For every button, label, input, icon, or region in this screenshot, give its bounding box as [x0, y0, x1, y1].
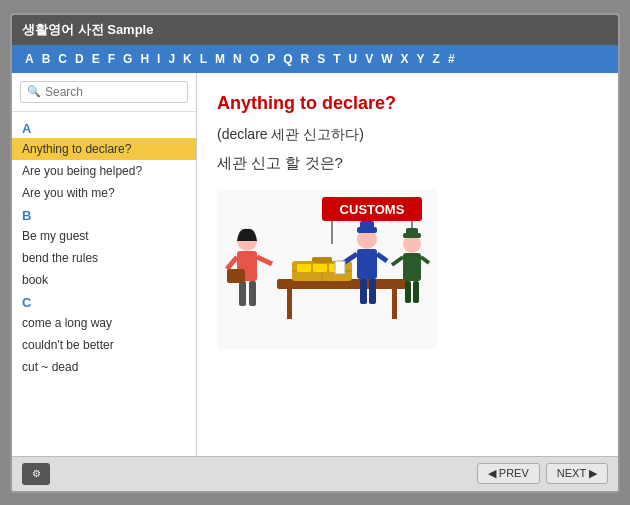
sidebar: 🔍 AAnything to declare?Are you being hel… — [12, 73, 197, 456]
list-item[interactable]: book — [12, 269, 196, 291]
svg-rect-24 — [360, 221, 374, 229]
entry-korean: 세관 신고 할 것은? — [217, 154, 598, 173]
customs-illustration: CUSTOMS — [217, 189, 437, 349]
entry-title: Anything to declare? — [217, 93, 598, 114]
list-item[interactable]: cut ~ dead — [12, 356, 196, 378]
list-item[interactable]: bend the rules — [12, 247, 196, 269]
entry-subtitle: (declare 세관 신고하다) — [217, 126, 598, 144]
search-icon: 🔍 — [27, 85, 41, 98]
svg-rect-20 — [249, 281, 256, 306]
list-item[interactable]: Are you with me? — [12, 182, 196, 204]
svg-rect-25 — [357, 249, 377, 279]
list-item[interactable]: Be my guest — [12, 225, 196, 247]
alphabet-letter-D[interactable]: D — [72, 51, 87, 67]
svg-rect-34 — [403, 253, 421, 281]
svg-rect-19 — [239, 281, 246, 306]
svg-rect-30 — [335, 261, 345, 274]
alphabet-letter-C[interactable]: C — [55, 51, 70, 67]
alphabet-letter-G[interactable]: G — [120, 51, 135, 67]
svg-rect-37 — [405, 281, 411, 303]
app-window: 생활영어 사전 Sample ABCDEFGHIJKLMNOPQRSTUVWXY… — [10, 13, 620, 493]
alphabet-bar: ABCDEFGHIJKLMNOPQRSTUVWXYZ# — [12, 45, 618, 73]
section-header-C: C — [12, 291, 196, 312]
alphabet-letter-N[interactable]: N — [230, 51, 245, 67]
settings-button[interactable]: ⚙ — [22, 463, 50, 485]
alphabet-letter-J[interactable]: J — [165, 51, 178, 67]
content-area: Anything to declare? (declare 세관 신고하다) 세… — [197, 73, 618, 456]
alphabet-letter-P[interactable]: P — [264, 51, 278, 67]
svg-rect-38 — [413, 281, 419, 303]
alphabet-letter-Y[interactable]: Y — [414, 51, 428, 67]
list-item[interactable]: couldn't be better — [12, 334, 196, 356]
alphabet-letter-Q[interactable]: Q — [280, 51, 295, 67]
alphabet-letter-K[interactable]: K — [180, 51, 195, 67]
main-content: 🔍 AAnything to declare?Are you being hel… — [12, 73, 618, 456]
svg-rect-29 — [369, 279, 376, 304]
alphabet-letter-Z[interactable]: Z — [430, 51, 443, 67]
alphabet-letter-V[interactable]: V — [362, 51, 376, 67]
svg-rect-33 — [406, 228, 418, 235]
svg-rect-12 — [297, 264, 311, 272]
next-button[interactable]: NEXT ▶ — [546, 463, 608, 484]
nav-buttons: ◀ PREV NEXT ▶ — [477, 463, 608, 484]
window-title: 생활영어 사전 Sample — [22, 22, 153, 37]
svg-rect-13 — [313, 264, 327, 272]
alphabet-letter-F[interactable]: F — [105, 51, 118, 67]
prev-button[interactable]: ◀ PREV — [477, 463, 540, 484]
alphabet-letter-O[interactable]: O — [247, 51, 262, 67]
section-header-B: B — [12, 204, 196, 225]
svg-text:CUSTOMS: CUSTOMS — [340, 202, 405, 217]
footer-bar: ⚙ ◀ PREV NEXT ▶ — [12, 456, 618, 491]
alphabet-letter-T[interactable]: T — [330, 51, 343, 67]
alphabet-letter-R[interactable]: R — [297, 51, 312, 67]
alphabet-letter-X[interactable]: X — [398, 51, 412, 67]
search-input-wrap[interactable]: 🔍 — [20, 81, 188, 103]
alphabet-letter-A[interactable]: A — [22, 51, 37, 67]
alphabet-letter-U[interactable]: U — [346, 51, 361, 67]
search-input[interactable] — [45, 85, 181, 99]
alphabet-letter-E[interactable]: E — [89, 51, 103, 67]
alphabet-letter-M[interactable]: M — [212, 51, 228, 67]
svg-rect-6 — [287, 289, 292, 319]
alphabet-letter-S[interactable]: S — [314, 51, 328, 67]
alphabet-letter-I[interactable]: I — [154, 51, 163, 67]
alphabet-letter-H[interactable]: H — [137, 51, 152, 67]
alphabet-letter-W[interactable]: W — [378, 51, 395, 67]
alphabet-letter-#[interactable]: # — [445, 51, 458, 67]
sidebar-list: AAnything to declare?Are you being helpe… — [12, 112, 196, 456]
list-item[interactable]: come a long way — [12, 312, 196, 334]
alphabet-letter-B[interactable]: B — [39, 51, 54, 67]
svg-rect-7 — [392, 289, 397, 319]
svg-rect-21 — [227, 269, 245, 283]
search-box: 🔍 — [12, 73, 196, 112]
alphabet-letter-L[interactable]: L — [197, 51, 210, 67]
title-bar: 생활영어 사전 Sample — [12, 15, 618, 45]
svg-rect-28 — [360, 279, 367, 304]
list-item[interactable]: Are you being helped? — [12, 160, 196, 182]
list-item[interactable]: Anything to declare? — [12, 138, 196, 160]
section-header-A: A — [12, 117, 196, 138]
